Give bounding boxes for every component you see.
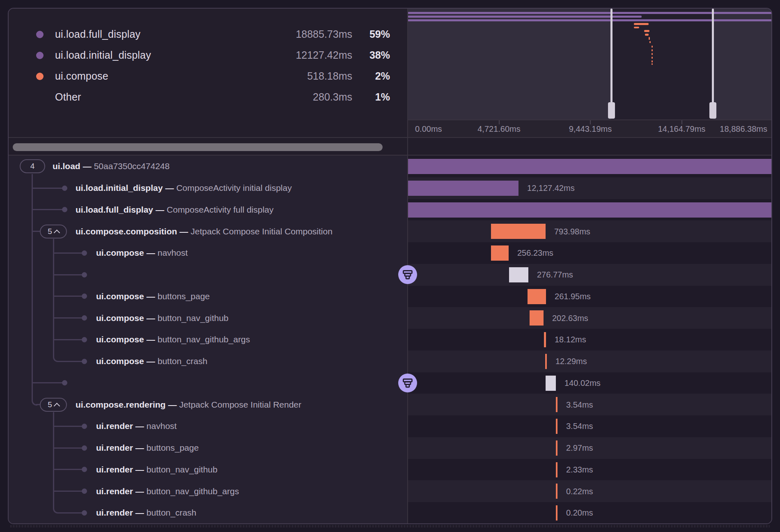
tree-connector-trunk — [53, 239, 54, 357]
span-duration-label: 0.22ms — [566, 486, 593, 496]
minimap-span-bar-purple — [408, 16, 642, 18]
span-row[interactable]: ui.render—navhost — [9, 415, 408, 437]
minimap-handle-grip[interactable] — [709, 102, 716, 119]
span-row[interactable]: ui.compose—buttons_page — [9, 286, 408, 307]
legend-item: ui.load.initial_display12127.42ms38% — [9, 45, 408, 66]
tree-connector-line — [53, 426, 84, 427]
span-duration-bar[interactable] — [545, 354, 547, 369]
span-row[interactable]: 5ui.compose.rendering—Jetpack Compose In… — [9, 394, 408, 415]
span-description: buttons_page — [158, 291, 210, 301]
legend-percent-value: 2% — [352, 70, 390, 82]
waterfall-row[interactable]: 3.54ms — [408, 394, 772, 415]
span-duration-label: 2.33ms — [566, 465, 593, 474]
expand-badge-count: 4 — [30, 162, 35, 171]
waterfall-row[interactable]: 12,127.42ms — [408, 177, 772, 199]
span-row[interactable]: ui.compose—button_nav_github_args — [9, 329, 408, 351]
minimap-selection-window[interactable] — [611, 9, 713, 119]
waterfall-row[interactable]: 2.97ms — [408, 437, 772, 459]
waterfall-row[interactable]: 140.02ms — [408, 372, 772, 394]
span-row[interactable]: 4ui.load—50aa7350cc474248 — [9, 156, 408, 177]
span-duration-bar[interactable] — [530, 310, 544, 326]
span-row[interactable]: ui.render—buttons_page — [9, 437, 408, 459]
span-row[interactable]: ui.render—button_nav_github_args — [9, 480, 408, 502]
minimap-span-bar-orange — [649, 37, 650, 40]
tree-connector-line — [53, 447, 84, 449]
waterfall-row[interactable] — [408, 156, 772, 177]
span-duration-bar[interactable] — [509, 267, 528, 282]
span-operation: ui.compose — [96, 335, 144, 344]
span-duration-bar[interactable] — [556, 397, 557, 412]
waterfall-row[interactable] — [408, 199, 772, 221]
trace-minimap[interactable] — [408, 9, 772, 119]
span-separator: — — [144, 248, 158, 257]
tree-connector-line — [53, 339, 84, 340]
span-row[interactable]: ui.render—button_crash — [9, 502, 408, 524]
span-row[interactable]: ui.load.initial_display—ComposeActivity … — [9, 177, 408, 199]
minimap-span-bar-orange — [649, 41, 651, 43]
span-operation: ui.render — [96, 486, 133, 496]
waterfall-row[interactable]: 261.95ms — [408, 286, 772, 307]
profile-icon[interactable] — [398, 374, 417, 392]
legend-duration-value: 18885.73ms — [260, 28, 352, 40]
span-duration-bar[interactable] — [491, 245, 509, 261]
span-operation: ui.compose — [96, 248, 144, 257]
span-row[interactable]: ui.compose—button_nav_github — [9, 307, 408, 329]
span-duration-bar[interactable] — [556, 440, 557, 456]
legend-label: ui.load.initial_display — [55, 49, 260, 61]
waterfall-row[interactable]: 0.20ms — [408, 502, 772, 524]
span-duration-bar[interactable] — [491, 224, 546, 239]
waterfall-row[interactable]: 0.22ms — [408, 480, 772, 502]
span-description: ComposeActivity initial display — [176, 183, 291, 193]
span-description: navhost — [147, 421, 177, 431]
expand-badge[interactable]: 5 — [40, 398, 67, 412]
span-duration-bar[interactable] — [556, 462, 557, 477]
span-row-text: ui.render—button_crash — [96, 508, 196, 518]
span-row[interactable]: ui.compose—button_crash — [9, 351, 408, 372]
span-duration-bar[interactable] — [408, 181, 518, 196]
minimap-span-bar-orange — [634, 23, 649, 25]
span-duration-label: 3.54ms — [566, 422, 593, 431]
span-row[interactable]: 5ui.compose.composition—Jetpack Compose … — [9, 220, 408, 242]
span-duration-bar[interactable] — [528, 289, 546, 304]
span-duration-label: 0.20ms — [566, 508, 593, 518]
span-operation: ui.render — [96, 421, 133, 431]
waterfall-row[interactable]: 202.63ms — [408, 307, 772, 329]
span-description: button_nav_github — [158, 313, 229, 323]
waterfall-row[interactable]: 12.29ms — [408, 351, 772, 372]
span-row[interactable]: ui.compose—navhost — [9, 242, 408, 264]
span-duration-label: 202.63ms — [552, 313, 588, 323]
waterfall-row[interactable]: 256.23ms — [408, 242, 772, 264]
span-description: button_crash — [147, 508, 196, 517]
waterfall-row[interactable]: 2.33ms — [408, 459, 772, 481]
span-duration-bar[interactable] — [408, 202, 772, 218]
waterfall-row[interactable]: 276.77ms — [408, 264, 772, 286]
span-duration-bar[interactable] — [556, 419, 557, 434]
span-operation: ui.compose — [96, 313, 144, 323]
expand-badge[interactable]: 4 — [20, 159, 45, 173]
span-row-text: ui.render—button_nav_github_args — [96, 486, 239, 496]
span-description: ComposeActivity full display — [167, 205, 273, 214]
span-duration-bar[interactable] — [556, 505, 557, 521]
minimap-handle-grip[interactable] — [608, 102, 615, 119]
span-row[interactable]: ui.render—button_nav_github — [9, 459, 408, 481]
span-row[interactable] — [9, 372, 408, 394]
legend-color-dot — [36, 31, 44, 38]
span-duration-bar[interactable] — [408, 159, 772, 174]
horizontal-scrollbar[interactable] — [13, 143, 383, 151]
expand-badge[interactable]: 5 — [40, 225, 67, 238]
span-duration-bar[interactable] — [546, 376, 556, 391]
span-row-text: ui.compose.composition—Jetpack Compose I… — [76, 227, 333, 236]
profile-icon[interactable] — [398, 265, 417, 284]
span-duration-bar[interactable] — [556, 484, 557, 499]
waterfall-row[interactable]: 18.12ms — [408, 329, 772, 351]
span-duration-bar[interactable] — [544, 332, 546, 347]
trace-viewer: ui.load.full_display18885.73ms59%ui.load… — [0, 0, 780, 532]
waterfall-row[interactable]: 793.98ms — [408, 220, 772, 242]
span-row[interactable]: ui.load.full_display—ComposeActivity ful… — [9, 199, 408, 221]
span-row[interactable] — [9, 264, 408, 286]
span-operation: ui.compose.rendering — [76, 400, 165, 409]
waterfall-row[interactable]: 3.54ms — [408, 415, 772, 437]
span-separator: — — [133, 443, 147, 452]
tree-connector-line — [32, 382, 64, 383]
resize-handle-texture[interactable] — [10, 525, 770, 527]
